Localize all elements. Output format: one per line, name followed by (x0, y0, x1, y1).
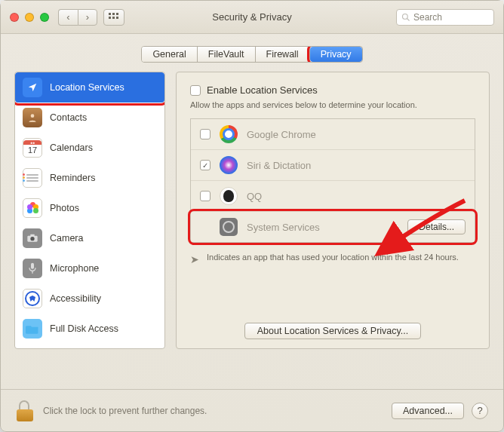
svg-rect-5 (116, 17, 118, 19)
app-name: QQ (247, 191, 262, 202)
location-icon (23, 78, 42, 97)
help-button[interactable]: ? (472, 403, 488, 419)
app-name: Google Chrome (247, 129, 316, 140)
contacts-icon (23, 108, 42, 127)
sidebar-item-label: Camera (50, 233, 83, 244)
content-area: Location Services Contacts ●● 17 Calenda… (1, 72, 503, 349)
reminders-icon (23, 168, 42, 188)
app-checkbox[interactable] (200, 129, 211, 139)
enable-location-row: Enable Location Services (190, 84, 475, 96)
close-icon[interactable] (10, 13, 19, 22)
enable-location-checkbox[interactable] (190, 85, 201, 96)
sidebar-item-label: Photos (50, 203, 79, 213)
search-placeholder: Search (413, 12, 442, 23)
sidebar-item-contacts[interactable]: Contacts (15, 103, 164, 133)
lock-text: Click the lock to prevent further change… (43, 406, 207, 416)
sidebar-item-camera[interactable]: Camera (15, 223, 164, 253)
svg-rect-2 (116, 13, 118, 15)
chrome-icon (220, 125, 238, 143)
svg-rect-0 (109, 13, 111, 15)
app-checkbox[interactable]: ✓ (200, 160, 211, 170)
svg-rect-4 (112, 17, 115, 19)
about-location-button[interactable]: About Location Services & Privacy... (244, 323, 422, 339)
svg-rect-3 (109, 17, 111, 19)
zoom-icon[interactable] (40, 13, 49, 22)
prefs-window: ‹ › Security & Privacy Search General Fi… (0, 0, 504, 432)
location-indicator-icon: ➤ (190, 253, 199, 268)
calendar-icon: ●● 17 (23, 138, 42, 158)
allow-apps-subtext: Allow the apps and services below to det… (190, 100, 475, 109)
advanced-button[interactable]: Advanced... (392, 403, 464, 419)
svg-rect-1 (112, 13, 115, 15)
sidebar-item-location-services[interactable]: Location Services (15, 72, 164, 103)
footer-bar: Click the lock to prevent further change… (1, 389, 503, 431)
tab-privacy[interactable]: Privacy (310, 47, 362, 62)
app-checkbox[interactable] (200, 191, 211, 201)
system-services-icon (220, 218, 238, 236)
app-name: System Services (247, 222, 320, 233)
camera-icon (23, 228, 42, 248)
lock-icon[interactable] (16, 400, 34, 421)
sidebar-item-label: Accessibility (50, 293, 101, 304)
svg-point-11 (30, 237, 34, 241)
sidebar-item-label: Contacts (50, 112, 87, 123)
tab-bar: General FileVault Firewall Privacy (1, 34, 503, 72)
forward-button[interactable]: › (78, 9, 97, 26)
svg-rect-13 (31, 263, 34, 269)
lock-row[interactable]: Click the lock to prevent further change… (16, 400, 207, 421)
search-icon (401, 13, 410, 22)
sidebar-item-full-disk-access[interactable]: Full Disk Access (15, 314, 164, 344)
svg-point-7 (403, 14, 408, 19)
app-list: Google Chrome ✓ Siri & Dictation QQ Syst… (190, 118, 475, 243)
sidebar-item-photos[interactable]: Photos (15, 193, 164, 223)
app-row-qq[interactable]: QQ (191, 181, 475, 212)
indicator-row: ➤ Indicates an app that has used your lo… (190, 252, 475, 268)
sidebar-item-label: Calendars (50, 142, 93, 153)
folder-icon (23, 319, 42, 339)
tab-filevault[interactable]: FileVault (198, 47, 256, 62)
svg-rect-12 (30, 234, 34, 237)
sidebar-item-label: Microphone (50, 263, 99, 274)
privacy-sidebar[interactable]: Location Services Contacts ●● 17 Calenda… (14, 72, 165, 349)
app-row-siri[interactable]: ✓ Siri & Dictation (191, 150, 475, 181)
details-button[interactable]: Details... (407, 219, 466, 234)
svg-line-8 (407, 18, 410, 20)
enable-location-label: Enable Location Services (207, 84, 318, 96)
app-name: Siri & Dictation (247, 160, 311, 171)
microphone-icon (23, 259, 42, 278)
sidebar-item-label: Location Services (50, 82, 124, 93)
search-input[interactable]: Search (396, 9, 494, 26)
app-row-chrome[interactable]: Google Chrome (191, 119, 475, 150)
show-all-button[interactable] (103, 9, 124, 26)
tab-firewall[interactable]: Firewall (256, 47, 310, 62)
nav-buttons: ‹ › (58, 9, 97, 26)
accessibility-icon (23, 289, 42, 308)
app-row-system-services[interactable]: System Services Details... (191, 212, 475, 242)
back-button[interactable]: ‹ (58, 9, 78, 26)
photos-icon (23, 198, 42, 218)
siri-icon (220, 156, 238, 174)
grid-icon (109, 13, 119, 22)
minimize-icon[interactable] (25, 13, 34, 22)
sidebar-item-calendars[interactable]: ●● 17 Calendars (15, 133, 164, 163)
qq-icon (220, 187, 238, 205)
indicator-text: Indicates an app that has used your loca… (207, 252, 459, 263)
sidebar-item-reminders[interactable]: Reminders (15, 163, 164, 193)
svg-point-9 (31, 114, 35, 118)
sidebar-item-label: Full Disk Access (50, 323, 118, 334)
location-services-pane: Enable Location Services Allow the apps … (176, 72, 490, 349)
title-bar: ‹ › Security & Privacy Search (1, 1, 503, 34)
sidebar-item-accessibility[interactable]: Accessibility (15, 283, 164, 314)
sidebar-item-microphone[interactable]: Microphone (15, 253, 164, 283)
tab-general[interactable]: General (142, 47, 197, 62)
sidebar-item-label: Reminders (50, 173, 95, 183)
window-controls (10, 13, 49, 22)
